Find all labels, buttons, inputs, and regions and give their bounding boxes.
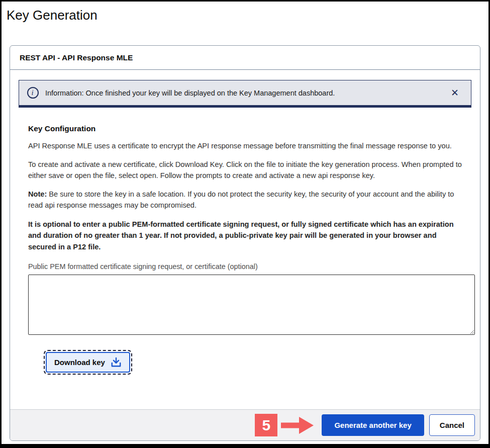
pem-textarea[interactable]	[28, 275, 475, 335]
arrow-right-icon	[281, 416, 314, 435]
paragraph-intro: API Response MLE uses a certificate to e…	[28, 140, 462, 152]
generate-another-key-button[interactable]: Generate another key	[322, 414, 424, 436]
paragraph-optional: It is optional to enter a public PEM-for…	[28, 219, 462, 253]
paragraph-note: Note: Be sure to store the key in a safe…	[28, 189, 462, 211]
close-icon[interactable]: ✕	[443, 86, 467, 100]
pem-field-label: Public PEM formatted certificate signing…	[28, 262, 462, 271]
page-title: Key Generation	[7, 7, 488, 23]
card-header: REST API - API Response MLE	[10, 46, 480, 70]
section-title: Key Configuration	[28, 124, 462, 133]
download-key-button[interactable]: Download key	[46, 352, 130, 373]
step-badge: 5	[255, 414, 277, 436]
card-footer: 5 Generate another key Cancel	[10, 409, 480, 440]
download-icon	[111, 357, 122, 368]
info-icon: i	[27, 87, 39, 99]
note-label: Note:	[28, 190, 47, 198]
key-configuration-section: Key Configuration API Response MLE uses …	[19, 124, 471, 373]
info-banner: i Information: Once finished your key wi…	[19, 80, 471, 108]
card-header-title: REST API - API Response MLE	[20, 53, 133, 62]
rest-api-card: REST API - API Response MLE i Informatio…	[10, 45, 480, 441]
info-banner-text: Information: Once finished your key will…	[45, 89, 443, 97]
paragraph-instructions: To create and activate a new certificate…	[28, 159, 462, 182]
download-key-label: Download key	[54, 358, 105, 367]
card-body: i Information: Once finished your key wi…	[10, 70, 480, 409]
note-text: Be sure to store the key in a safe locat…	[28, 190, 454, 210]
key-generation-page: Key Generation REST API - API Response M…	[0, 0, 490, 448]
cancel-button[interactable]: Cancel	[429, 414, 475, 436]
